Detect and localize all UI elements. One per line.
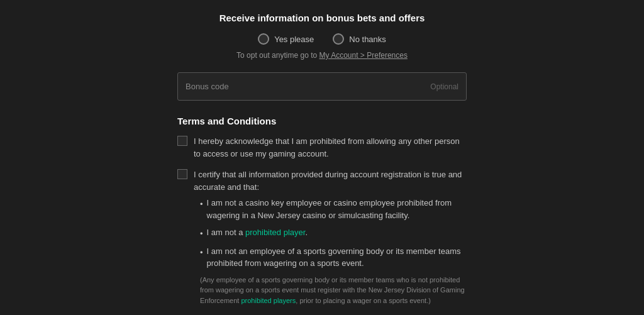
tc1-checkbox[interactable] (177, 136, 187, 146)
tc2-bullet-list: • I am not a casino key employee or casi… (200, 197, 467, 270)
bullet-3: • I am not an employee of a sports gover… (200, 245, 467, 270)
yes-please-label: Yes please (274, 35, 314, 44)
bonus-code-label: Bonus code (186, 82, 229, 91)
my-account-link[interactable]: My Account > Preferences (319, 51, 408, 60)
prohibited-players-link[interactable]: prohibited players (241, 297, 296, 304)
yes-please-radio[interactable] (258, 33, 269, 45)
terms-title: Terms and Conditions (177, 116, 467, 126)
bullet-1: • I am not a casino key employee or casi… (200, 197, 467, 221)
bonus-info-title: Receive information on bonus bets and of… (177, 13, 467, 23)
bullet-dot-1: • (200, 198, 203, 211)
bullet-dot-3: • (200, 246, 203, 259)
tc2-checkbox[interactable] (177, 169, 187, 179)
bonus-info-section: Receive information on bonus bets and of… (177, 13, 467, 60)
prohibited-player-link[interactable]: prohibited player (245, 228, 305, 237)
bullet-2: • I am not a prohibited player. (200, 226, 467, 240)
no-thanks-option[interactable]: No thanks (333, 33, 386, 45)
tc2-item: I certify that all information provided … (177, 169, 467, 306)
opt-out-text: To opt out anytime go to My Account > Pr… (177, 51, 467, 60)
no-thanks-label: No thanks (349, 35, 386, 44)
tc2-note: (Any employee of a sports governing body… (200, 275, 467, 306)
yes-please-option[interactable]: Yes please (258, 33, 314, 45)
bonus-code-field[interactable]: Bonus code Optional (177, 72, 467, 101)
bonus-code-optional: Optional (430, 82, 458, 91)
tc1-text: I hereby acknowledge that I am prohibite… (194, 135, 467, 160)
radio-group: Yes please No thanks (177, 33, 467, 45)
terms-section: Terms and Conditions I hereby acknowledg… (177, 116, 467, 315)
tc1-item: I hereby acknowledge that I am prohibite… (177, 135, 467, 160)
bullet-3-text: I am not an employee of a sports governi… (207, 245, 467, 270)
bullet-1-text: I am not a casino key employee or casino… (207, 197, 467, 221)
no-thanks-radio[interactable] (333, 33, 344, 45)
bullet-dot-2: • (200, 228, 203, 240)
bullet-2-text: I am not a prohibited player. (207, 226, 308, 239)
tc2-text: I certify that all information provided … (194, 169, 467, 306)
